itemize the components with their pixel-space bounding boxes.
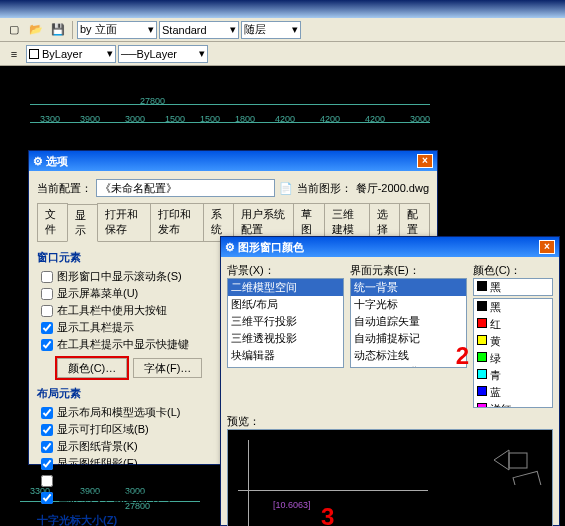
context-label: 背景(X)： <box>227 263 344 278</box>
dialog-title-text: 选项 <box>46 154 68 169</box>
colors-dialog: ⚙ 图形窗口颜色 × 背景(X)： 二维模型空间 图纸/布局 三维平行投影 三维… <box>220 236 560 526</box>
drawing-icon: 📄 <box>279 182 293 195</box>
current-config-combo[interactable]: 《未命名配置》 <box>96 179 275 197</box>
layer-combo[interactable]: 随层▾ <box>241 21 301 39</box>
dimension-line <box>30 122 430 123</box>
list-item: 自动捕捉标记 <box>351 330 466 347</box>
dialog-title-text: 图形窗口颜色 <box>238 240 304 255</box>
list-item: 黄 <box>474 333 552 350</box>
coord-readout: [10.6063] <box>273 500 311 510</box>
tab-file[interactable]: 文件 <box>37 203 68 241</box>
svg-rect-2 <box>513 471 542 485</box>
list-item: 洋红 <box>474 401 552 408</box>
list-item: 二维模型空间 <box>228 279 343 296</box>
standard-combo[interactable]: Standard▾ <box>159 21 239 39</box>
list-item: 自动追踪矢量 <box>351 313 466 330</box>
list-item: 统一背景 <box>351 279 466 296</box>
svg-rect-1 <box>509 453 527 468</box>
colors-button[interactable]: 颜色(C)… <box>57 358 127 378</box>
dialog-titlebar[interactable]: ⚙ 图形窗口颜色 × <box>221 237 559 257</box>
tab-plot[interactable]: 打印和发布 <box>150 203 204 241</box>
element-label: 界面元素(E)： <box>350 263 467 278</box>
current-drawing-name: 餐厅-2000.dwg <box>356 181 429 196</box>
list-item: 三维平行投影 <box>228 313 343 330</box>
list-item: 图纸/布局 <box>228 296 343 313</box>
list-item: 青 <box>474 367 552 384</box>
list-item: 黑 <box>474 299 552 316</box>
color-combo[interactable]: ByLayer▾ <box>26 45 116 63</box>
style-combo[interactable]: by 立面▾ <box>77 21 157 39</box>
current-drawing-label: 当前图形： <box>297 181 352 196</box>
linetype-combo[interactable]: ── ByLayer▾ <box>118 45 208 63</box>
app-titlebar <box>0 0 565 18</box>
list-item: 块编辑器 <box>228 347 343 364</box>
list-item: 三维透视投影 <box>228 330 343 347</box>
list-item: 动态标注线 <box>351 347 466 364</box>
close-icon[interactable]: × <box>539 240 555 254</box>
list-item: 蓝 <box>474 384 552 401</box>
color-combo[interactable]: 黑 <box>473 278 553 296</box>
list-item: 红 <box>474 316 552 333</box>
color-label: 颜色(C)： <box>473 263 553 278</box>
svg-marker-0 <box>494 450 509 470</box>
list-item: 十字光标 <box>351 296 466 313</box>
toolbar-1: ▢ 📂 💾 by 立面▾ Standard▾ 随层▾ <box>0 18 565 42</box>
open-icon[interactable]: 📂 <box>26 20 46 40</box>
list-item: 设计工具栏背景 <box>351 364 466 368</box>
close-icon[interactable]: × <box>417 154 433 168</box>
dialog-icon: ⚙ <box>225 241 235 254</box>
preview-label: 预览： <box>227 414 553 429</box>
dimension-line <box>30 104 430 105</box>
element-list[interactable]: 统一背景 十字光标 自动追踪矢量 自动捕捉标记 动态标注线 设计工具栏背景 设计… <box>350 278 467 368</box>
list-item: 绿 <box>474 350 552 367</box>
toolbar-2: ≡ ByLayer▾ ── ByLayer▾ <box>0 42 565 66</box>
context-list[interactable]: 二维模型空间 图纸/布局 三维平行投影 三维透视投影 块编辑器 命令行 打印预览 <box>227 278 344 368</box>
tab-display[interactable]: 显示 <box>67 204 98 242</box>
new-icon[interactable]: ▢ <box>4 20 24 40</box>
dialog-titlebar[interactable]: ⚙ 选项 × <box>29 151 437 171</box>
current-config-label: 当前配置： <box>37 181 92 196</box>
tab-opensave[interactable]: 打开和保存 <box>97 203 151 241</box>
preview-area: [10.6063] [28.2280 6.0884] <box>227 429 553 526</box>
list-item: 命令行 <box>228 364 343 368</box>
save-icon[interactable]: 💾 <box>48 20 68 40</box>
color-list[interactable]: 黑 红 黄 绿 青 蓝 洋红 白 选择颜色… <box>473 298 553 408</box>
dialog-icon: ⚙ <box>33 155 43 168</box>
layer-icon[interactable]: ≡ <box>4 44 24 64</box>
camera-icon <box>494 445 544 485</box>
fonts-button[interactable]: 字体(F)… <box>133 358 202 378</box>
annotation-2: 2 <box>456 342 469 370</box>
annotation-3: 3 <box>321 503 334 526</box>
